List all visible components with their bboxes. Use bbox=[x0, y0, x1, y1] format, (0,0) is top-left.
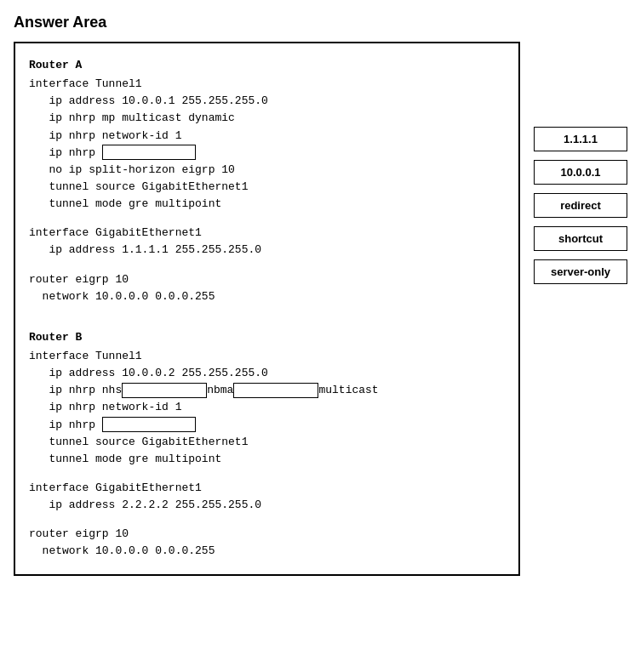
code-line: interface GigabitEthernet1 bbox=[29, 225, 505, 242]
code-line: ip address 1.1.1.1 255.255.255.0 bbox=[29, 242, 505, 259]
code-line: no ip split-horizon eigrp 10 bbox=[29, 162, 505, 179]
code-line: ip nhrp network-id 1 bbox=[29, 128, 505, 145]
code-line: network 10.0.0.0 0.0.0.255 bbox=[29, 288, 505, 305]
main-layout: Router A interface Tunnel1 ip address 10… bbox=[14, 42, 627, 576]
page-title: Answer Area bbox=[14, 14, 627, 31]
code-line: tunnel mode gre multipoint bbox=[29, 451, 505, 468]
chip-redirect[interactable]: redirect bbox=[534, 193, 627, 218]
router-a-nhrp-line: ip nhrp bbox=[29, 145, 505, 162]
code-line: ip nhrp network-id 1 bbox=[29, 399, 505, 416]
code-line: tunnel source GigabitEthernet1 bbox=[29, 179, 505, 196]
code-line: interface Tunnel1 bbox=[29, 76, 505, 93]
code-line: interface Tunnel1 bbox=[29, 348, 505, 365]
code-line: router eigrp 10 bbox=[29, 271, 505, 288]
router-b-nhrp-input[interactable] bbox=[102, 417, 196, 432]
router-b-nhs-line: ip nhrp nhsnbmamulticast bbox=[29, 382, 505, 399]
sidebar: 1.1.1.1 10.0.0.1 redirect shortcut serve… bbox=[534, 42, 627, 284]
code-line: network 10.0.0.0 0.0.0.255 bbox=[29, 543, 505, 560]
code-line: tunnel source GigabitEthernet1 bbox=[29, 434, 505, 451]
router-a-title: Router A bbox=[29, 57, 505, 74]
code-line: ip address 10.0.0.1 255.255.255.0 bbox=[29, 93, 505, 110]
router-b-nhrp-line: ip nhrp bbox=[29, 417, 505, 434]
code-line: ip address 2.2.2.2 255.255.255.0 bbox=[29, 497, 505, 514]
code-line: ip address 10.0.0.2 255.255.255.0 bbox=[29, 365, 505, 382]
code-line: ip nhrp mp multicast dynamic bbox=[29, 110, 505, 127]
answer-box: Router A interface Tunnel1 ip address 10… bbox=[14, 42, 520, 576]
code-line: router eigrp 10 bbox=[29, 526, 505, 543]
chip-server-only[interactable]: server-only bbox=[534, 259, 627, 284]
router-b-nbma-input[interactable] bbox=[233, 383, 318, 398]
router-b-nhs-input[interactable] bbox=[122, 383, 207, 398]
code-line: tunnel mode gre multipoint bbox=[29, 196, 505, 213]
router-a-nhrp-input[interactable] bbox=[102, 145, 196, 160]
chip-1-1-1-1[interactable]: 1.1.1.1 bbox=[534, 127, 627, 151]
chip-shortcut[interactable]: shortcut bbox=[534, 226, 627, 251]
chip-10-0-0-1[interactable]: 10.0.0.1 bbox=[534, 160, 627, 185]
router-b-title: Router B bbox=[29, 329, 505, 346]
code-line: interface GigabitEthernet1 bbox=[29, 480, 505, 497]
